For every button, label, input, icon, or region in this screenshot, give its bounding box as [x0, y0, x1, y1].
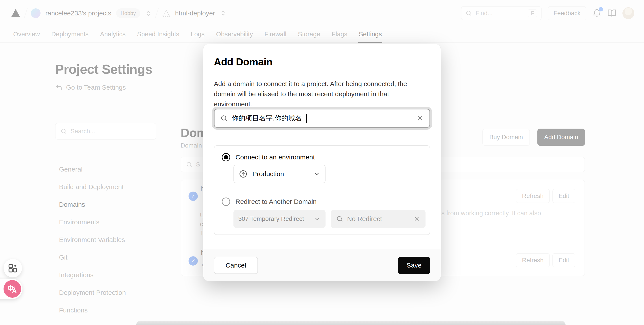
radio-unselected-icon[interactable] — [222, 198, 230, 206]
environment-select[interactable]: Production — [234, 165, 326, 183]
clear-input-icon — [413, 215, 420, 222]
environment-select-value: Production — [252, 170, 284, 178]
translate-icon — [7, 284, 18, 294]
cancel-button[interactable]: Cancel — [214, 257, 258, 274]
extension-translate-pill — [0, 279, 22, 299]
domain-name-value: 你的项目名字.你的域名 — [232, 114, 302, 123]
modal-description: Add a domain to connect it to a project.… — [214, 79, 426, 109]
option-redirect-domain[interactable]: Redirect to Another Domain — [222, 198, 317, 206]
redirect-target-placeholder: No Redirect — [347, 215, 382, 222]
modal-footer: Cancel Save — [203, 249, 441, 281]
redirect-target-input: No Redirect — [331, 210, 426, 228]
chevron-down-icon — [314, 215, 321, 222]
add-domain-modal: Add Domain Add a domain to connect it to… — [203, 44, 441, 281]
chevron-down-icon — [313, 170, 320, 178]
radio-selected-icon[interactable] — [222, 153, 230, 162]
search-icon — [336, 215, 343, 222]
options-divider — [214, 190, 430, 190]
bottom-sheet-edge — [136, 320, 566, 325]
translate-button[interactable] — [4, 280, 21, 298]
app-window: rancelee233's projects Hobby html-deploy… — [0, 0, 644, 325]
redirect-status-value: 307 Temporary Redirect — [238, 215, 304, 222]
clear-input-icon[interactable] — [416, 114, 424, 122]
domain-options-group: Connect to an environment Production Red… — [214, 145, 430, 235]
modal-title: Add Domain — [214, 56, 272, 68]
domain-name-input[interactable]: 你的项目名字.你的域名 — [214, 109, 430, 128]
search-icon — [220, 114, 228, 122]
extension-apps-button[interactable] — [4, 259, 22, 278]
production-environment-icon — [239, 170, 248, 178]
redirect-status-select: 307 Temporary Redirect — [234, 210, 326, 228]
text-caret — [306, 114, 307, 123]
option-label: Redirect to Another Domain — [236, 198, 317, 206]
save-button[interactable]: Save — [398, 257, 430, 274]
option-connect-environment[interactable]: Connect to an environment — [222, 153, 315, 162]
option-label: Connect to an environment — [236, 154, 315, 161]
apps-grid-sparkle-icon — [8, 263, 18, 273]
